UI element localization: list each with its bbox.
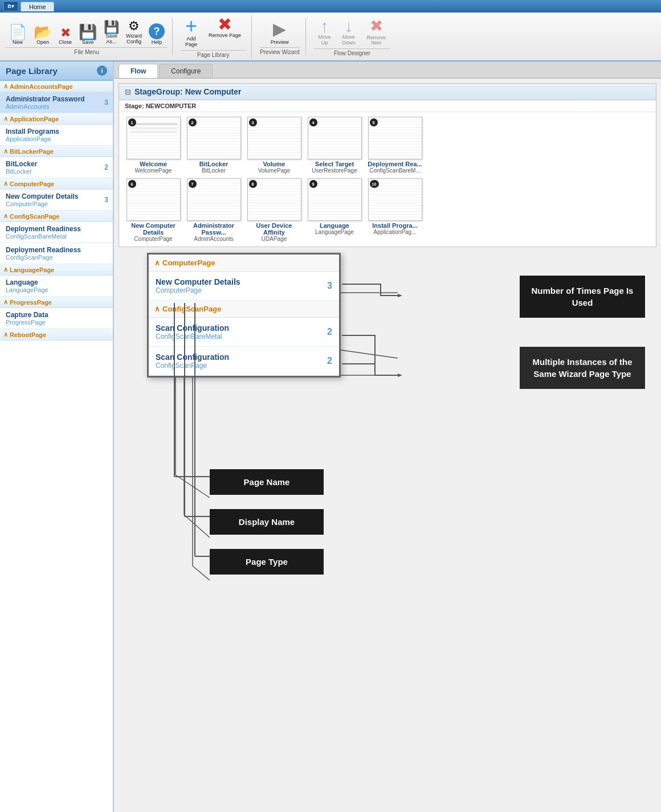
group-header-progress: ∧ProgressPage xyxy=(0,297,113,308)
zoom-item-computer-details: New Computer Details ComputerPage 3 xyxy=(149,272,339,301)
annotation-multiple-instances: Multiple Instances of the Same Wizard Pa… xyxy=(520,347,645,389)
main-layout: Page Library i ∧AdminAccountsPage Admini… xyxy=(0,61,661,812)
tabs-bar: Flow Configure xyxy=(114,61,661,79)
zoomed-panel: ∧ComputerPage New Computer Details Compu… xyxy=(147,253,341,378)
save-as-button[interactable]: 💾 SaveAs... xyxy=(101,20,122,46)
group-header-admin: ∧AdminAccountsPage xyxy=(0,81,113,92)
group-header-language: ∧LanguagePage xyxy=(0,264,113,276)
group-header-configscan: ∧ConfigScanPage xyxy=(0,211,113,222)
save-button[interactable]: 💾 Save xyxy=(76,23,100,46)
page-library-title: Page Library xyxy=(6,66,58,76)
zoom-count-computer: 3 xyxy=(327,281,332,291)
sidebar-item-install-programs[interactable]: Install ProgramsApplicationPage xyxy=(0,125,113,146)
page-thumb-4[interactable]: 4 Select Target UserRestorePage xyxy=(306,117,363,174)
new-button[interactable]: 📄 New xyxy=(6,23,30,46)
flow-group-label: Flow Designer xyxy=(314,48,391,56)
svg-line-9 xyxy=(193,566,210,580)
sidebar-item-deployment-baremetal[interactable]: Deployment ReadinessConfigScanBareMetal xyxy=(0,222,113,243)
svg-line-5 xyxy=(176,475,210,498)
annotation-display-name: Display Name xyxy=(210,509,324,535)
pages-row-2: 6 New Computer Details ComputerPage 7 xyxy=(119,178,656,247)
page-wrapper: B▾ Home 📄 New 📂 Open ✖ Close 💾 xyxy=(0,0,661,812)
sidebar-item-admin-password[interactable]: Administrator PasswordAdminAccounts 3 xyxy=(0,92,113,113)
page-thumb-2[interactable]: 2 BitLocker BitLocker xyxy=(185,117,242,174)
remove-item-button[interactable]: ✖ RemoveItem xyxy=(362,17,391,48)
svg-line-7 xyxy=(184,515,210,538)
page-thumb-3[interactable]: 3 Volume VolumePage xyxy=(246,117,303,174)
sidebar-item-bitlocker[interactable]: BitLockerBitLocker 2 xyxy=(0,157,113,178)
ribbon-group-flow: ↑ MoveUp ↓ MoveDown ✖ RemoveItem Flow De… xyxy=(308,17,397,57)
move-down-button[interactable]: ↓ MoveDown xyxy=(338,17,360,48)
wizard-config-button[interactable]: ⚙ WizardConfig xyxy=(123,18,145,46)
move-up-button[interactable]: ↑ MoveUp xyxy=(314,17,336,48)
group-header-reboot: ∧RebootPage xyxy=(0,329,113,341)
group-header-computer: ∧ComputerPage xyxy=(0,178,113,190)
annotation-page-name: Page Name xyxy=(210,469,324,495)
zoom-group-configscan: ∧ConfigScanPage xyxy=(149,301,339,318)
ribbon-group-file: 📄 New 📂 Open ✖ Close 💾 Save 💾 Save xyxy=(6,18,173,55)
pages-row-1: 1 Welcome WelcomePage xyxy=(119,112,656,178)
ribbon: 📄 New 📂 Open ✖ Close 💾 Save 💾 Save xyxy=(0,13,661,61)
title-tab[interactable]: Home xyxy=(21,2,54,11)
zoom-group-computer: ∧ComputerPage xyxy=(149,255,339,272)
zoom-count-scan-2: 2 xyxy=(327,356,332,366)
sidebar-item-computer-details[interactable]: New Computer DetailsComputerPage 3 xyxy=(0,190,113,211)
page-library-group-label: Page Library xyxy=(181,50,246,58)
preview-group-label: Preview Wizard xyxy=(260,47,299,55)
svg-marker-11 xyxy=(398,374,402,377)
zoom-item-scan-config-1: Scan Configuration ConfigScanBareMetal 2 xyxy=(149,318,339,347)
content-area: Flow Configure ⊟ StageGroup: New Compute… xyxy=(114,61,661,812)
sidebar-item-deployment-configscan[interactable]: Deployment ReadinessConfigScanPage xyxy=(0,243,113,264)
ribbon-group-preview: ▶ Preview Preview Wizard xyxy=(254,18,305,55)
open-button[interactable]: 📂 Open xyxy=(31,23,55,46)
zoom-item-scan-config-2: Scan Configuration ConfigScanPage 2 xyxy=(149,347,339,376)
page-thumb-10[interactable]: 10 Install Progra... ApplicationPag... xyxy=(366,178,423,242)
stage-group-title: StageGroup: New Computer xyxy=(134,87,241,96)
file-menu-label: File Menu xyxy=(6,47,168,55)
svg-marker-10 xyxy=(398,294,402,297)
page-thumb-5[interactable]: 5 Deployment Rea... ConfigScanBareM... xyxy=(366,117,423,174)
flow-panel: ⊟ StageGroup: New Computer Stage: NEWCOM… xyxy=(114,79,661,812)
preview-button[interactable]: ▶ Preview xyxy=(266,18,293,46)
sidebar: Page Library i ∧AdminAccountsPage Admini… xyxy=(0,61,114,812)
stage-label: Stage: NEWCOMPUTER xyxy=(119,100,656,112)
page-thumb-6[interactable]: 6 New Computer Details ComputerPage xyxy=(125,178,182,242)
help-button[interactable]: ? Help xyxy=(146,22,168,46)
group-header-bitlocker: ∧BitLockerPage xyxy=(0,146,113,157)
app-logo: B▾ xyxy=(3,1,18,11)
stage-group-header: ⊟ StageGroup: New Computer xyxy=(119,84,656,100)
sidebar-item-capture-data[interactable]: Capture DataProgressPage xyxy=(0,308,113,329)
collapse-icon[interactable]: ⊟ xyxy=(125,88,131,96)
close-button[interactable]: ✖ Close xyxy=(56,26,75,46)
info-icon[interactable]: i xyxy=(97,65,107,76)
sidebar-header: Page Library i xyxy=(0,61,113,81)
annotation-number-times: Number of Times Page Is Used xyxy=(520,276,645,318)
tab-configure[interactable]: Configure xyxy=(159,64,213,78)
remove-page-button[interactable]: ✖ Remove Page xyxy=(204,15,246,49)
zoom-count-scan-1: 2 xyxy=(327,327,332,337)
ribbon-group-page-library: + AddPage ✖ Remove Page Page Library xyxy=(175,15,252,58)
add-page-button[interactable]: + AddPage xyxy=(181,15,202,49)
title-bar: B▾ Home xyxy=(0,0,661,13)
sidebar-item-language[interactable]: LanguageLanguagePage xyxy=(0,276,113,297)
tab-flow[interactable]: Flow xyxy=(119,64,158,78)
page-thumb-9[interactable]: 9 Language LanguagePage xyxy=(306,178,363,242)
annotation-page-type: Page Type xyxy=(210,549,324,575)
annotation-section: ∧ComputerPage New Computer Details Compu… xyxy=(119,253,656,640)
group-header-application: ∧ApplicationPage xyxy=(0,113,113,125)
page-thumb-1[interactable]: 1 Welcome WelcomePage xyxy=(125,117,182,174)
page-thumb-7[interactable]: 7 Administrator Passw... AdminAccounts xyxy=(185,178,242,242)
page-thumb-8[interactable]: 8 User Device Affinity UDAPage xyxy=(246,178,303,242)
stage-group: ⊟ StageGroup: New Computer Stage: NEWCOM… xyxy=(119,83,656,247)
